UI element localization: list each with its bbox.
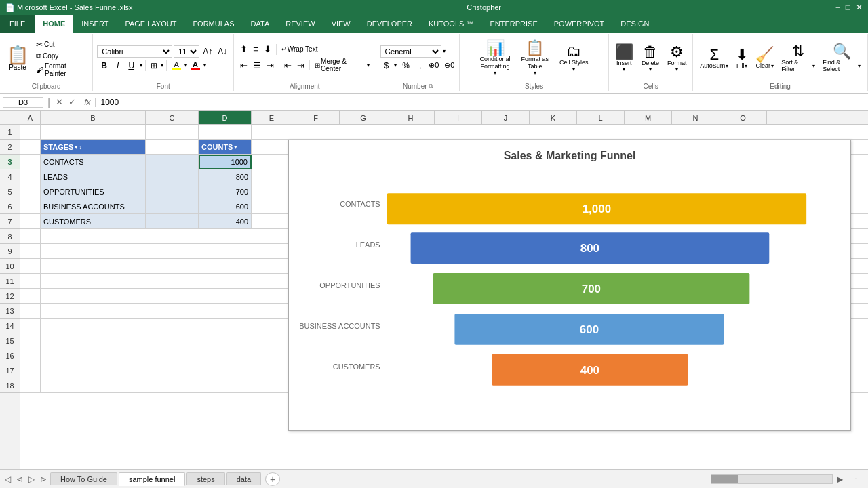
tab-nav-first[interactable]: ⊲ [14, 474, 25, 484]
col-header-g[interactable]: G [340, 111, 387, 124]
cell-a7[interactable] [20, 214, 41, 229]
stages-filter-icon[interactable]: ▾ [75, 144, 78, 150]
sheet-nav-right[interactable]: ▶ [834, 474, 846, 484]
format-painter-button[interactable]: 🖌 Format Painter [34, 62, 90, 78]
stages-sort-icon[interactable]: ↕ [79, 144, 82, 150]
cell-a3[interactable] [20, 155, 41, 169]
align-middle-button[interactable]: ≡ [251, 43, 260, 55]
font-face-select[interactable]: Calibri [97, 45, 172, 58]
row-header-18[interactable]: 18 [0, 378, 20, 393]
cell-d2-counts[interactable]: COUNTS ▾ [199, 140, 252, 155]
align-bottom-button[interactable]: ⬇ [262, 43, 273, 55]
formula-cancel-button[interactable]: ✕ [54, 97, 64, 107]
sheet-tab-data[interactable]: data [226, 472, 261, 485]
row-header-17[interactable]: 17 [0, 363, 20, 378]
format-as-table-dropdown[interactable]: ▾ [534, 70, 536, 76]
clear-button[interactable]: 🧹 Clear ▾ [753, 45, 776, 71]
cell-name-box[interactable]: D3 [3, 97, 43, 108]
font-color-dropdown[interactable]: ▾ [203, 62, 206, 68]
col-header-f[interactable]: F [292, 111, 340, 124]
format-cell-button[interactable]: ⚙ Format ▾ [665, 43, 690, 75]
underline-button[interactable]: U [124, 60, 138, 72]
cell-a2[interactable] [20, 140, 41, 155]
cell-a1[interactable] [20, 125, 41, 140]
sheet-tab-steps[interactable]: steps [186, 472, 224, 485]
cell-b4-leads[interactable]: LEADS [41, 169, 146, 184]
row-header-1[interactable]: 1 [0, 125, 20, 140]
formula-confirm-button[interactable]: ✓ [67, 97, 77, 107]
cell-d5-700[interactable]: 700 [199, 184, 252, 199]
tab-enterprise[interactable]: ENTERPRISE [481, 15, 545, 33]
border-dropdown[interactable]: ▾ [161, 62, 163, 68]
format-cell-dropdown[interactable]: ▾ [675, 66, 678, 73]
number-group-expander[interactable]: ⧉ [429, 83, 433, 90]
row-header-4[interactable]: 4 [0, 169, 20, 184]
tab-nav-prev[interactable]: ◁ [3, 474, 13, 484]
border-button[interactable]: ⊞ [149, 60, 159, 71]
cut-button[interactable]: ✂ Cut [34, 39, 90, 50]
col-header-k[interactable]: K [530, 111, 577, 124]
cell-c2[interactable] [146, 140, 199, 155]
cell-a6[interactable] [20, 199, 41, 214]
formula-input[interactable]: 1000 [98, 98, 866, 107]
cell-c7[interactable] [146, 214, 199, 229]
row-header-3[interactable]: 3 [0, 155, 20, 169]
cell-b7-customers[interactable]: CUSTOMERS [41, 214, 146, 229]
conditional-formatting-button[interactable]: 📊 ConditionalFormatting ▾ [476, 39, 515, 79]
tab-insert[interactable]: INSERT [73, 15, 117, 33]
fill-button[interactable]: ⬇ Fill ▾ [733, 45, 751, 71]
col-header-o[interactable]: O [719, 111, 767, 124]
sheet-tab-how-to-guide[interactable]: How To Guide [50, 472, 117, 485]
decrease-decimal-button[interactable]: ⊖0 [442, 60, 456, 70]
row-header-5[interactable]: 5 [0, 184, 20, 199]
increase-decimal-button[interactable]: ⊕0 [427, 60, 441, 70]
bold-button[interactable]: B [97, 60, 111, 72]
col-header-h[interactable]: H [387, 111, 435, 124]
delete-cell-dropdown[interactable]: ▾ [649, 66, 652, 73]
tab-page-layout[interactable]: PAGE LAYOUT [117, 15, 184, 33]
col-header-j[interactable]: J [482, 111, 530, 124]
autosum-dropdown[interactable]: ▾ [726, 63, 728, 69]
row-header-7[interactable]: 7 [0, 214, 20, 229]
sheet-scrollbar[interactable] [711, 474, 833, 484]
cell-c3[interactable] [146, 155, 199, 169]
align-top-button[interactable]: ⬆ [238, 43, 250, 55]
col-header-a[interactable]: A [20, 111, 41, 124]
tab-review[interactable]: REVIEW [277, 15, 323, 33]
cell-c4[interactable] [146, 169, 199, 184]
font-color-button[interactable]: A [189, 60, 202, 71]
find-select-dropdown[interactable]: ▾ [858, 63, 861, 69]
row-header-2[interactable]: 2 [0, 140, 20, 155]
tab-view[interactable]: VIEW [323, 15, 359, 33]
col-header-m[interactable]: M [625, 111, 672, 124]
tab-nav-last[interactable]: ⊳ [38, 474, 49, 484]
col-header-e[interactable]: E [252, 111, 292, 124]
sort-filter-button[interactable]: ⇅ Sort & Filter ▾ [778, 42, 818, 75]
cell-styles-dropdown[interactable]: ▾ [572, 66, 575, 73]
cell-d7-400[interactable]: 400 [199, 214, 252, 229]
row-header-8[interactable]: 8 [0, 229, 20, 244]
col-header-n[interactable]: N [672, 111, 719, 124]
fill-dropdown[interactable]: ▾ [745, 63, 747, 69]
cell-c1[interactable] [146, 125, 199, 140]
row-header-13[interactable]: 13 [0, 304, 20, 319]
counts-filter-icon[interactable]: ▾ [234, 144, 237, 150]
cell-styles-button[interactable]: 🗂 Cell Styles ▾ [555, 42, 593, 75]
cell-c5[interactable] [146, 184, 199, 199]
col-header-l[interactable]: L [577, 111, 625, 124]
paste-button[interactable]: 📋 Paste [3, 45, 33, 73]
row-header-14[interactable]: 14 [0, 319, 20, 333]
cell-b2-stages[interactable]: STAGES ▾ ↕ [41, 140, 146, 155]
wrap-text-button[interactable]: ↵ Wrap Text [279, 45, 320, 54]
tab-home[interactable]: HOME [35, 15, 73, 33]
currency-dropdown[interactable]: ▾ [394, 62, 397, 68]
col-header-i[interactable]: I [435, 111, 482, 124]
decrease-indent-button[interactable]: ⇤ [282, 60, 294, 71]
sort-filter-dropdown[interactable]: ▾ [812, 63, 815, 69]
cell-b6-business[interactable]: BUSINESS ACCOUNTS [41, 199, 146, 214]
increase-font-button[interactable]: A↑ [201, 46, 214, 57]
chart-container[interactable]: Sales & Marketing Funnel CONTACTS 1,000 … [288, 140, 851, 431]
fill-color-dropdown[interactable]: ▾ [184, 62, 187, 68]
tab-powerpivot[interactable]: POWERPIVOT [546, 15, 613, 33]
align-center-button[interactable]: ☰ [251, 60, 263, 71]
